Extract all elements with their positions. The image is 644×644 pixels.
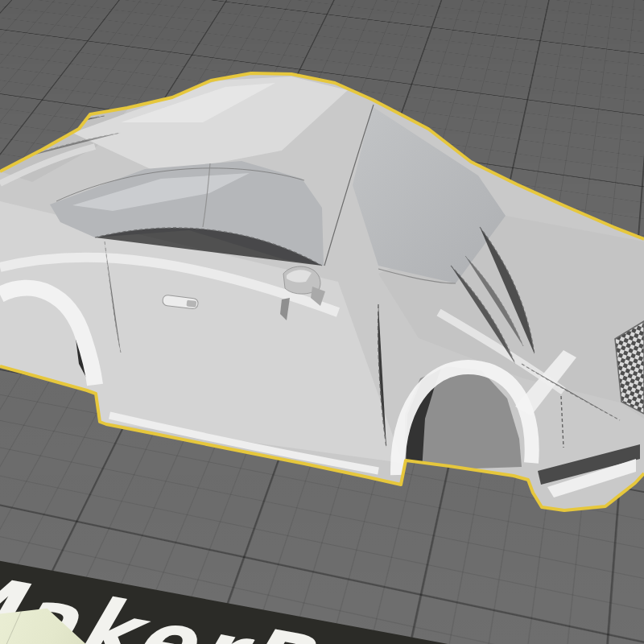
car-model-3d[interactable]: [0, 0, 644, 644]
car-body-shell[interactable]: [0, 73, 644, 510]
viewport-3d[interactable]: MakerBot: [0, 0, 644, 644]
